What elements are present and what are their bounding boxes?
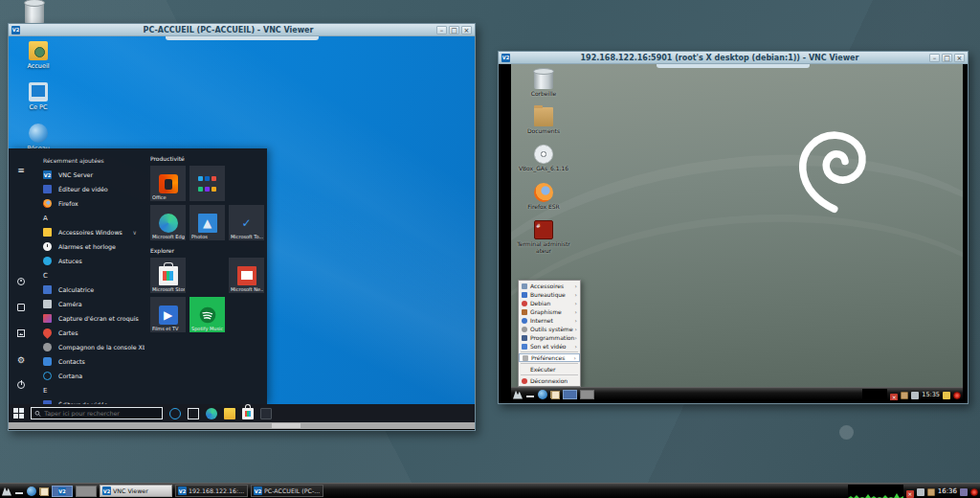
minimize-button[interactable]: – [929,54,940,62]
start-menu-item-contacts[interactable]: Contacts [33,354,145,369]
close-button[interactable]: × [461,26,472,34]
start-menu-item-firefox[interactable]: Firefox [33,196,145,211]
search-input[interactable] [44,410,159,417]
start-menu-item-cartes[interactable]: Cartes [33,326,145,340]
workspace-1[interactable] [563,390,577,399]
menu-item-executer[interactable]: Exécuter [519,365,580,374]
start-menu-item-astuces[interactable]: Astuces [33,254,145,268]
clock-icon [43,242,52,251]
tile-films-et-tv[interactable]: ▶Films et TV [150,297,186,332]
title-bar[interactable]: V2 192.168.122.16:5901 (root's X desktop… [499,52,968,64]
taskbar-app-dark-button[interactable] [260,408,272,419]
task-button-pc-accueil-pc[interactable]: V2PC-ACCUEIL (PC-... [251,485,323,497]
start-menu-item-compagnon-de-la-console-xbox[interactable]: Compagnon de la console Xbox [33,340,145,354]
power-red-tray-icon[interactable] [970,482,978,498]
vnc-toolbar-tab[interactable] [657,64,810,68]
minimize-button[interactable]: – [436,26,447,34]
desktop-icon-vbox-gas-6-1-16[interactable]: VBox_GAs_6.1.16 [517,145,570,171]
menu-item-son-et-video[interactable]: Son et vidéo› [519,342,580,351]
start-menu-item-capture-d-ecran-et-croquis[interactable]: Capture d'écran et croquis [33,311,145,326]
start-menu-item-editeur-de-video[interactable]: Éditeur de vidéo [33,397,145,404]
start-menu-item-accessoires-windows[interactable]: Accessoires Windows∨ [33,225,145,239]
plug-tray-icon[interactable] [917,482,924,498]
start-menu-letter-e[interactable]: E [33,383,145,397]
tile-microsoft-to[interactable]: ✓Microsoft To... [229,205,264,240]
start-menu-item-alarmes-et-horloge[interactable]: Alarmes et horloge [33,239,145,254]
folders-launcher[interactable] [39,487,49,496]
tile-microsoft-store[interactable]: Microsoft Store [150,258,186,293]
menu-item-graphisme[interactable]: Graphisme› [519,307,580,316]
taskbar-store-button[interactable] [242,408,254,419]
taskbar-explorer-button[interactable] [224,408,235,419]
desktop-icon-firefox-esr[interactable]: Firefox ESR [517,183,570,210]
notification-icon[interactable]: × [906,482,914,498]
start-menu-item-editeur-de-video[interactable]: Éditeur de vidéo [33,182,145,196]
tile-spotify-music[interactable]: Spotify Music [189,297,225,332]
rail-settings-button[interactable]: ⚙ [17,349,25,367]
window-scrollbar[interactable] [9,422,475,429]
desktop-icon-corbeille[interactable]: Corbeille [517,70,570,97]
taskbar-edge-button[interactable] [206,408,217,419]
start-menu-item-cortana[interactable]: Cortana [33,369,145,383]
desktop-icon-accueil[interactable]: Accueil [16,41,60,70]
rail-document-button[interactable] [17,297,25,315]
menu-item-preferences[interactable]: Préférences› [519,353,580,362]
menu-item-outils-systeme[interactable]: Outils système› [519,325,580,333]
workspace-2[interactable] [580,390,594,399]
maximize-button[interactable]: □ [449,26,459,34]
rail-pictures-button[interactable] [17,323,25,341]
workspace-2[interactable] [76,486,97,497]
desktop-icon-terminal-administrateur[interactable]: #Terminal administrateur [517,220,570,254]
plug-tray-icon[interactable] [911,385,919,400]
tile-m365[interactable] [189,166,225,201]
clipboard-tray-icon[interactable] [927,482,935,498]
tile-office[interactable]: Office [150,166,186,201]
close-button[interactable]: × [954,54,965,62]
scrollbar-thumb[interactable] [272,423,301,428]
menu-mountain-launcher[interactable] [2,487,11,496]
taskbar-search[interactable] [31,407,163,419]
menu-item-debian[interactable]: Debian› [519,299,580,307]
rail-power-button[interactable] [17,374,25,393]
workspace-1[interactable]: V2 [52,486,73,497]
host-trash-icon[interactable] [25,2,44,24]
start-menu-item-calculatrice[interactable]: Calculatrice [33,283,145,297]
tile-microsoft-ne[interactable]: Microsoft Ne... [229,258,264,293]
menu-mountain-launcher[interactable] [513,390,523,399]
maximize-button[interactable]: □ [942,54,952,62]
tile-microsoft-edge[interactable]: Microsoft Edge [150,205,186,240]
tile-photos[interactable]: ▲Photos [189,205,225,240]
menu-item-accessoires[interactable]: Accessoires› [519,282,580,290]
start-menu-item-camera[interactable]: Caméra [33,297,145,311]
menu-item-programmation[interactable]: Programmation› [519,333,580,342]
minimize-dash-launcher[interactable] [525,390,535,399]
desktop-icon-ce-pc[interactable]: Ce PC [16,82,60,111]
minimize-dash-launcher[interactable] [14,487,24,496]
globe-launcher[interactable] [27,487,36,496]
clipboard-tray-icon[interactable] [901,385,908,400]
user-yellow-tray-icon[interactable] [943,385,950,400]
rail-user-button[interactable] [17,271,25,289]
vnc-toolbar-tab[interactable] [166,36,319,40]
menu-item-deconnexion[interactable]: Déconnexion [519,376,580,385]
display-tray-icon[interactable] [960,482,968,498]
start-menu-letter-a[interactable]: A [33,211,145,225]
rail-hamburger-button[interactable]: ≡ [17,159,25,177]
globe-launcher[interactable] [538,390,547,399]
desktop-icon-documents[interactable]: Documents [517,107,570,134]
title-bar[interactable]: V2 PC-ACCUEIL (PC-ACCUEIL) - VNC Viewer … [9,24,475,36]
start-menu-item-vnc-server[interactable]: V2VNC Server [33,168,145,182]
task-button-vnc-viewer[interactable]: V2VNC Viewer [100,485,172,497]
taskbar-cortana-button[interactable] [169,408,181,419]
menu-item-bureautique[interactable]: Bureautique› [519,290,580,299]
start-menu-letter-c[interactable]: C [33,268,145,283]
task-button-192-168-122-16[interactable]: V2192.168.122.16:... [175,485,248,497]
power-red-tray-icon[interactable] [953,385,961,400]
notification-icon[interactable]: × [890,385,898,400]
start-button[interactable] [12,408,24,419]
folders-launcher[interactable] [550,390,560,399]
taskbar-task-view-button[interactable] [188,408,199,419]
menu-item-internet[interactable]: Internet› [519,316,580,325]
vnc-window-debian[interactable]: V2 192.168.122.16:5901 (root's X desktop… [498,51,969,404]
vnc-window-pc-accueil[interactable]: V2 PC-ACCUEIL (PC-ACCUEIL) - VNC Viewer … [8,23,476,431]
